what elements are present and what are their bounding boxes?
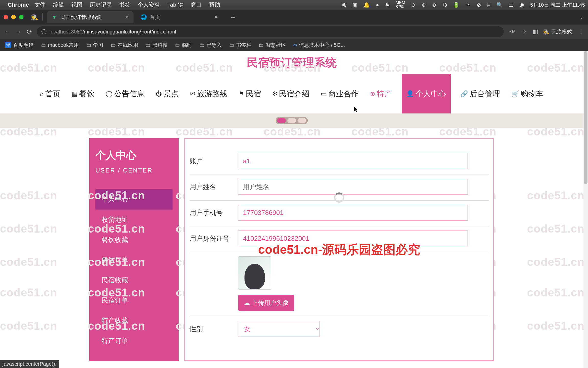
bookmark-folder[interactable]: 🗀书签栏 — [229, 42, 251, 49]
tray-icon[interactable]: ◉ — [342, 2, 346, 8]
memory-icon[interactable]: MEM87% — [396, 1, 405, 9]
bookmark-item[interactable]: 译百度翻译 — [5, 42, 34, 49]
nav-user-center[interactable]: 👤个人中心 — [402, 74, 451, 113]
close-tab-icon[interactable]: ✕ — [214, 14, 218, 20]
control-center-icon[interactable]: ☰ — [509, 2, 513, 8]
new-tab-button[interactable]: ＋ — [225, 12, 241, 22]
flag-icon: ⚑ — [239, 90, 244, 97]
folder-icon: 🗀 — [175, 42, 180, 48]
bookmark-folder[interactable]: 🗀在线应用 — [111, 42, 138, 49]
nav-homestay[interactable]: ⚑民宿 — [237, 74, 263, 113]
scrollbar-thumb[interactable] — [584, 51, 587, 184]
carousel-dot[interactable] — [298, 118, 306, 123]
browser-tab[interactable]: ▼ 民宿预订管理系统 ✕ — [47, 11, 133, 23]
idcard-input[interactable] — [238, 231, 468, 246]
nav-notice[interactable]: ◯公告信息 — [104, 74, 146, 113]
url-path: /minsuyudingguanlixitong/front/index.htm… — [82, 29, 176, 34]
nav-scenic[interactable]: ⏻景点 — [154, 74, 180, 113]
sidebar-item-specialty-fav[interactable]: 特产收藏 — [95, 310, 173, 331]
nav-intro[interactable]: ✻民宿介绍 — [271, 74, 311, 113]
gender-select[interactable]: 女 — [238, 321, 320, 337]
bluetooth-icon[interactable]: ⌬ — [443, 2, 447, 8]
info-icon: ◯ — [106, 90, 113, 97]
folder-icon: 🗀 — [229, 42, 234, 48]
menu-bookmarks[interactable]: 书签 — [119, 1, 130, 9]
bookmark-folder[interactable]: 🗀临时 — [175, 42, 192, 49]
sidebar-item-dining-order[interactable]: 餐饮订单 — [95, 250, 173, 270]
nav-dining[interactable]: ▦餐饮 — [70, 74, 96, 113]
bookmark-folder[interactable]: 🗀已导入 — [199, 42, 222, 49]
tray-icon[interactable]: ⊘ — [477, 2, 481, 8]
battery-icon[interactable]: 🔋 — [453, 2, 459, 8]
mouse-cursor-icon — [354, 107, 358, 112]
sidebar-item-dining-fav[interactable]: 餐饮收藏 — [95, 230, 173, 250]
bookmark-item[interactable]: ∞信息技术中心 / 5G... — [293, 42, 345, 49]
menu-tab[interactable]: Tab 键 — [167, 1, 183, 9]
tray-icon[interactable]: ● — [376, 2, 379, 8]
menu-help[interactable]: 帮助 — [209, 1, 220, 9]
back-button[interactable]: ← — [4, 28, 11, 36]
spotlight-icon[interactable]: 🔍 — [496, 2, 503, 8]
menu-window[interactable]: 窗口 — [191, 1, 202, 9]
tray-icon[interactable]: ⊕ — [422, 2, 426, 8]
app-name[interactable]: Chrome — [8, 2, 29, 8]
tray-icon[interactable]: ✹ — [385, 2, 389, 8]
bookmark-folder[interactable]: 🗀学习 — [86, 42, 103, 49]
incognito-indicator[interactable]: 🕵 无痕模式 — [543, 28, 572, 35]
close-tab-icon[interactable]: ✕ — [125, 14, 129, 20]
clock[interactable]: 5月10日 周二 上午11:45 — [530, 2, 585, 8]
tabs-dropdown-icon[interactable]: ⌄ — [580, 15, 588, 20]
account-input[interactable] — [238, 153, 468, 169]
bookmark-folder[interactable]: 🗀macbook常用 — [41, 42, 79, 49]
sidebar-item-profile[interactable]: 个人中心 — [95, 189, 173, 210]
bookmark-folder[interactable]: 🗀黑科技 — [145, 42, 168, 49]
username-input[interactable] — [238, 179, 468, 195]
menu-profiles[interactable]: 个人资料 — [138, 1, 160, 9]
carousel-dot[interactable] — [287, 118, 296, 123]
upload-avatar-button[interactable]: ☁ 上传用户头像 — [238, 295, 294, 311]
tray-icon[interactable]: ⊙ — [411, 2, 415, 8]
sidebar-item-homestay-fav[interactable]: 民宿收藏 — [95, 270, 173, 290]
tray-icon[interactable]: ⌸ — [487, 2, 490, 8]
menu-view[interactable]: 视图 — [71, 1, 82, 9]
menu-edit[interactable]: 编辑 — [53, 1, 64, 9]
nav-home[interactable]: ⌂首页 — [38, 74, 62, 113]
menu-history[interactable]: 历史记录 — [90, 1, 112, 9]
nav-route[interactable]: ✉旅游路线 — [189, 74, 229, 113]
nav-cart[interactable]: 🛒购物车 — [510, 74, 545, 113]
zoom-window-button[interactable] — [19, 15, 23, 19]
reload-button[interactable]: ⟳ — [27, 28, 32, 36]
nav-specialty[interactable]: ⊕特产 — [369, 74, 394, 113]
carousel-dot[interactable] — [277, 118, 286, 123]
forward-button[interactable]: → — [15, 28, 22, 36]
menu-file[interactable]: 文件 — [34, 1, 46, 9]
sidebar-item-address[interactable]: 收货地址 — [95, 210, 173, 230]
close-window-button[interactable] — [4, 15, 8, 19]
bookmark-star-icon[interactable]: ☆ — [522, 28, 527, 35]
minimize-window-button[interactable] — [11, 15, 16, 19]
tray-icon[interactable]: 🔔 — [363, 2, 370, 8]
eye-off-icon[interactable]: 👁 — [510, 28, 516, 35]
side-panel-icon[interactable]: ◧ — [533, 28, 538, 35]
tray-icon[interactable]: ⊛ — [432, 2, 436, 8]
upload-label: 上传用户头像 — [252, 299, 289, 307]
address-bar[interactable]: ⓘ localhost:8080/minsuyudingguanlixitong… — [37, 26, 504, 37]
chrome-menu-icon[interactable]: ⋮ — [578, 28, 584, 35]
browser-tab[interactable]: 🌐 首页 ✕ — [136, 11, 223, 23]
folder-icon: 🗀 — [259, 42, 264, 48]
nav-admin[interactable]: 🔗后台管理 — [459, 74, 502, 113]
sidebar-title: 个人中心 — [95, 148, 173, 162]
sidebar-item-homestay-order[interactable]: 民宿订单 — [95, 290, 173, 310]
favicon-icon: ▼ — [51, 14, 57, 20]
phone-input[interactable] — [238, 205, 468, 221]
bookmark-folder[interactable]: 🗀智慧社区 — [259, 42, 286, 49]
carousel-dots[interactable] — [276, 117, 308, 124]
sidebar-item-specialty-order[interactable]: 特产订单 — [95, 331, 173, 351]
snowflake-icon: ✻ — [272, 90, 277, 97]
site-info-icon[interactable]: ⓘ — [41, 28, 46, 35]
content-area: 个人中心 USER / CENTER 个人中心 收货地址 餐饮收藏 餐饮订单 民… — [0, 128, 583, 361]
siri-icon[interactable]: ◉ — [520, 2, 524, 8]
tray-icon[interactable]: ▣ — [352, 2, 357, 8]
wifi-icon[interactable]: ᯤ — [465, 2, 471, 8]
page-scrollbar[interactable] — [583, 51, 588, 368]
